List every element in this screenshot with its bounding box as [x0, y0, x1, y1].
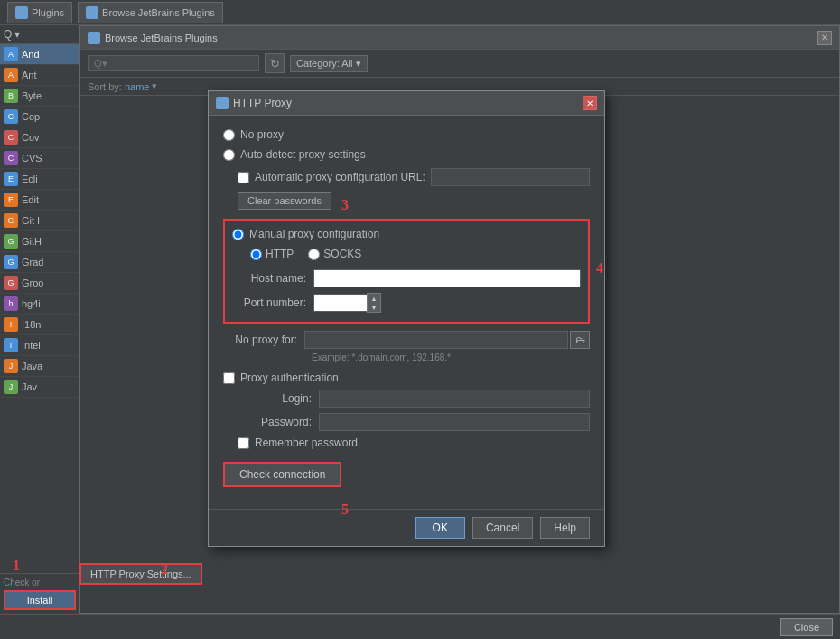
port-number-row: Port number: ▲ ▼: [232, 293, 581, 313]
http-option: HTTP: [250, 248, 294, 260]
host-name-input[interactable]: [313, 269, 581, 287]
no-proxy-for-label: No proxy for:: [223, 334, 304, 346]
list-item[interactable]: A Ant: [0, 65, 79, 86]
remember-row: Remember password: [238, 437, 590, 449]
browse-folder-icon: 🗁: [575, 334, 585, 345]
manual-proxy-label[interactable]: Manual proxy configuration: [249, 228, 379, 240]
login-row: Login:: [238, 390, 590, 408]
plugin-label: I18n: [22, 319, 41, 330]
list-item[interactable]: E Ecli: [0, 169, 79, 190]
plugin-icon: E: [4, 193, 18, 207]
plugin-icon: G: [4, 255, 18, 269]
login-input[interactable]: [319, 390, 590, 408]
plugin-label: And: [22, 49, 40, 60]
auth-fields: Login: Password: Remember password: [238, 390, 590, 449]
socks-label[interactable]: SOCKS: [323, 248, 361, 260]
search-icon: Q: [4, 28, 12, 41]
list-item[interactable]: J Java: [0, 356, 79, 377]
plugin-label: GitH: [22, 236, 42, 247]
list-item[interactable]: B Byte: [0, 86, 79, 107]
list-item[interactable]: G GitH: [0, 231, 79, 252]
list-item[interactable]: I I18n: [0, 315, 79, 335]
install-button[interactable]: Install: [4, 590, 76, 610]
proxy-title: HTTP Proxy: [216, 97, 292, 109]
plugin-icon: C: [4, 130, 18, 145]
sort-name-link[interactable]: name: [125, 81, 150, 92]
http-radio[interactable]: [250, 249, 262, 260]
browse-titlebar: Browse JetBrains Plugins ✕: [80, 26, 839, 50]
refresh-button[interactable]: ↻: [265, 53, 285, 73]
close-button[interactable]: Close: [780, 618, 833, 636]
check-connection-button[interactable]: Check connection: [223, 462, 341, 487]
cancel-button[interactable]: Cancel: [472, 517, 533, 539]
list-item[interactable]: G Grad: [0, 252, 79, 273]
list-item[interactable]: C CVS: [0, 148, 79, 169]
http-proxy-settings-button[interactable]: HTTP Proxy Settings...: [79, 563, 202, 585]
manual-proxy-radio[interactable]: [232, 229, 244, 240]
password-input[interactable]: [319, 413, 590, 431]
http-label[interactable]: HTTP: [266, 248, 294, 260]
auto-detect-radio[interactable]: [223, 149, 235, 161]
browse-close-button[interactable]: ✕: [817, 31, 832, 45]
list-item[interactable]: I Intel: [0, 335, 79, 356]
plugin-label: Ant: [22, 70, 37, 80]
ok-button[interactable]: OK: [415, 517, 465, 539]
list-item[interactable]: h hg4i: [0, 294, 79, 315]
list-item[interactable]: C Cov: [0, 127, 79, 148]
browse-tab[interactable]: Browse JetBrains Plugins: [78, 2, 223, 23]
socks-radio[interactable]: [308, 249, 320, 260]
sort-label: Sort by:: [88, 81, 122, 92]
auto-config-label[interactable]: Automatic proxy configuration URL:: [255, 171, 425, 183]
auto-detect-label[interactable]: Auto-detect proxy settings: [240, 148, 366, 161]
browse-title-label: Browse JetBrains Plugins: [105, 33, 218, 43]
remember-password-label[interactable]: Remember password: [255, 437, 358, 449]
plugin-icon: B: [4, 89, 18, 103]
port-up-button[interactable]: ▲: [368, 294, 380, 303]
bottom-bar: Close: [0, 614, 840, 639]
proxy-auth-label[interactable]: Proxy authentication: [240, 371, 339, 384]
port-number-label: Port number:: [232, 296, 313, 309]
proxy-auth-checkbox[interactable]: [223, 372, 235, 384]
list-item[interactable]: C Cop: [0, 107, 79, 127]
browse-title: Browse JetBrains Plugins: [88, 32, 218, 44]
plugins-icon: [15, 6, 28, 19]
list-item[interactable]: A And: [0, 44, 79, 65]
plugin-icon: I: [4, 338, 18, 352]
check-label: Check or: [4, 578, 40, 587]
proxy-title-icon: [216, 97, 229, 109]
auto-config-input[interactable]: [431, 168, 590, 186]
plugins-tab-label: Plugins: [32, 7, 64, 18]
main-window: Plugins Browse JetBrains Plugins Q ▾ A A…: [0, 0, 840, 639]
proxy-close-button[interactable]: ✕: [583, 96, 597, 110]
plugin-label: Grad: [22, 257, 43, 268]
plugin-icon: E: [4, 172, 18, 186]
check-connection-wrapper: Check connection: [223, 455, 590, 496]
no-proxy-for-row: No proxy for: 🗁: [223, 331, 590, 349]
plugin-label: CVS: [22, 153, 42, 164]
no-proxy-radio[interactable]: [223, 129, 235, 141]
no-proxy-label[interactable]: No proxy: [240, 128, 284, 141]
example-text: Example: *.domain.com, 192.168.*: [312, 352, 590, 362]
list-item[interactable]: J Jav: [0, 377, 79, 398]
plugin-label: Cop: [22, 111, 40, 122]
search-input[interactable]: [88, 55, 259, 71]
plugins-tab[interactable]: Plugins: [7, 2, 72, 23]
password-label: Password:: [238, 416, 319, 428]
proxy-auth-checkbox-row: Proxy authentication: [223, 371, 590, 384]
auto-config-checkbox[interactable]: [238, 172, 249, 183]
no-proxy-browse-button[interactable]: 🗁: [570, 331, 590, 349]
chevron-down-icon: ▾: [356, 58, 361, 70]
list-item[interactable]: G Groo: [0, 273, 79, 294]
list-item[interactable]: G Git I: [0, 211, 79, 231]
port-down-button[interactable]: ▼: [368, 303, 380, 312]
plugin-label: Java: [22, 361, 42, 371]
clear-passwords-button[interactable]: Clear passwords: [238, 192, 331, 210]
help-button[interactable]: Help: [540, 517, 590, 539]
port-input[interactable]: [313, 294, 368, 312]
list-item[interactable]: E Edit: [0, 190, 79, 211]
category-dropdown[interactable]: Category: All ▾: [290, 55, 368, 72]
plugin-label: Git I: [22, 215, 40, 226]
remember-password-checkbox[interactable]: [238, 437, 249, 449]
manual-radio-row: Manual proxy configuration: [232, 228, 581, 240]
no-proxy-for-input[interactable]: [304, 331, 568, 349]
